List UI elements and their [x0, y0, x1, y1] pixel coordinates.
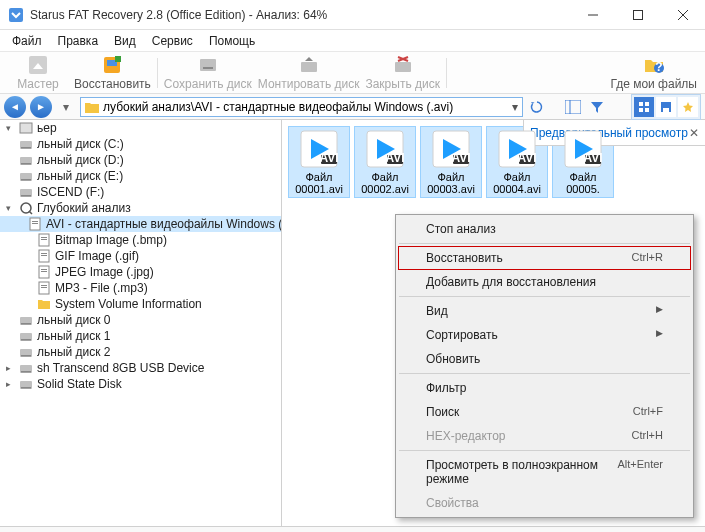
avi-file-icon: AVI	[563, 129, 603, 169]
svg-rect-8	[115, 56, 121, 62]
svg-rect-0	[9, 8, 23, 22]
svg-rect-50	[41, 287, 47, 288]
svg-rect-44	[41, 255, 47, 256]
svg-rect-56	[21, 355, 31, 357]
tree-item[interactable]: ▾ьер	[0, 120, 281, 136]
recover-button[interactable]: Восстановить	[74, 54, 151, 91]
preview-panel: Предварительный просмотр ✕	[523, 120, 705, 146]
nav-back-button[interactable]: ◄	[4, 96, 26, 118]
avi-file-icon: AVI	[299, 129, 339, 169]
menu-view[interactable]: Вид	[106, 32, 144, 50]
tree-item[interactable]: ▸sh Transcend 8GB USB Device	[0, 360, 281, 376]
file-item[interactable]: AVIФайл00002.avi	[354, 126, 416, 198]
context-menu-item: Свойства	[398, 491, 691, 515]
tree-item[interactable]: льный диск (D:)	[0, 152, 281, 168]
tree-item[interactable]: JPEG Image (.jpg)	[0, 264, 281, 280]
minimize-button[interactable]	[570, 0, 615, 30]
wizard-icon	[27, 54, 49, 76]
view-save-button[interactable]	[656, 97, 676, 117]
context-menu-item[interactable]: Добавить для восстановления	[398, 270, 691, 294]
tree-item[interactable]: льный диск 2	[0, 344, 281, 360]
tree-item[interactable]: льный диск 1	[0, 328, 281, 344]
context-menu-item[interactable]: Вид▶	[398, 299, 691, 323]
svg-rect-52	[21, 323, 31, 325]
svg-text:AVI: AVI	[517, 151, 536, 165]
refresh-button[interactable]	[527, 97, 547, 117]
tree-item[interactable]: GIF Image (.gif)	[0, 248, 281, 264]
avi-file-icon: AVI	[431, 129, 471, 169]
context-menu-item[interactable]: ВосстановитьCtrl+R	[398, 246, 691, 270]
tree-icon	[37, 297, 51, 311]
close-disk-icon	[392, 54, 414, 76]
context-menu-item[interactable]: Сортировать▶	[398, 323, 691, 347]
mount-disk-button[interactable]: Монтировать диск	[258, 54, 360, 91]
mount-disk-icon	[298, 54, 320, 76]
context-menu-item[interactable]: ПоискCtrl+F	[398, 400, 691, 424]
tree-item[interactable]: Bitmap Image (.bmp)	[0, 232, 281, 248]
avi-file-icon: AVI	[497, 129, 537, 169]
close-button[interactable]	[660, 0, 705, 30]
nav-down-button[interactable]: ▾	[56, 97, 76, 117]
menu-edit[interactable]: Правка	[50, 32, 107, 50]
tree-item[interactable]: ▾Глубокий анализ	[0, 200, 281, 216]
navbar: ◄ ► ▾ лубокий анализ\AVI - стандартные в…	[0, 94, 705, 120]
svg-rect-33	[21, 195, 31, 197]
svg-rect-24	[663, 108, 669, 112]
tree-item[interactable]: System Volume Information	[0, 296, 281, 312]
tree-icon	[19, 153, 33, 167]
nav-forward-button[interactable]: ►	[30, 96, 52, 118]
svg-rect-2	[633, 10, 642, 19]
tree-icon	[28, 217, 42, 231]
save-disk-button[interactable]: Сохранить диск	[164, 54, 252, 91]
svg-rect-12	[395, 62, 411, 72]
maximize-button[interactable]	[615, 0, 660, 30]
svg-rect-10	[203, 67, 213, 69]
tree-panel: ▾ьерльный диск (C:)льный диск (D:)льный …	[0, 120, 282, 526]
address-bar[interactable]: лубокий анализ\AVI - стандартные видеофа…	[80, 97, 523, 117]
tree-item[interactable]: льный диск (E:)	[0, 168, 281, 184]
where-files-button[interactable]: ? Где мои файлы	[610, 54, 697, 91]
svg-rect-58	[21, 371, 31, 373]
svg-rect-46	[41, 269, 47, 270]
file-item[interactable]: AVIФайл00003.avi	[420, 126, 482, 198]
tree-item[interactable]: льный диск 0	[0, 312, 281, 328]
preview-close-button[interactable]: ✕	[689, 126, 699, 140]
folder-question-icon: ?	[643, 54, 665, 76]
tree-item[interactable]: ISCEND (F:)	[0, 184, 281, 200]
file-item[interactable]: AVIФайл00001.avi	[288, 126, 350, 198]
tree-icon	[19, 329, 33, 343]
chevron-down-icon[interactable]: ▾	[512, 100, 518, 114]
wizard-button[interactable]: Мастер	[8, 54, 68, 91]
close-disk-button[interactable]: Закрыть диск	[365, 54, 440, 91]
svg-rect-21	[639, 108, 643, 112]
menu-service[interactable]: Сервис	[144, 32, 201, 50]
folder-icon	[85, 101, 99, 113]
svg-text:AVI: AVI	[319, 151, 338, 165]
tree-icon	[37, 281, 51, 295]
tree-item[interactable]: AVI - стандартные видеофайлы Windows (.a…	[0, 216, 281, 232]
view-icons-button[interactable]	[634, 97, 654, 117]
svg-rect-49	[41, 285, 47, 286]
save-disk-icon	[197, 54, 219, 76]
view-star-button[interactable]	[678, 97, 698, 117]
tree-item[interactable]: MP3 - File (.mp3)	[0, 280, 281, 296]
tree-item[interactable]: ▸Solid State Disk	[0, 376, 281, 392]
svg-rect-17	[565, 100, 581, 114]
menubar: Файл Правка Вид Сервис Помощь	[0, 30, 705, 52]
tree-icon	[19, 361, 33, 375]
filter-button[interactable]	[587, 97, 607, 117]
tree-toggle-button[interactable]	[563, 97, 583, 117]
svg-text:AVI: AVI	[451, 151, 470, 165]
svg-rect-47	[41, 271, 47, 272]
context-menu-item[interactable]: Обновить	[398, 347, 691, 371]
svg-rect-60	[21, 387, 31, 389]
context-menu-item[interactable]: Просмотреть в полноэкранном режимеAlt+En…	[398, 453, 691, 491]
svg-rect-54	[21, 339, 31, 341]
tree-item[interactable]: льный диск (C:)	[0, 136, 281, 152]
context-menu-item[interactable]: Стоп анализ	[398, 217, 691, 241]
context-menu-item[interactable]: Фильтр	[398, 376, 691, 400]
tree-icon	[37, 249, 51, 263]
menu-file[interactable]: Файл	[4, 32, 50, 50]
menu-help[interactable]: Помощь	[201, 32, 263, 50]
tree-icon	[19, 169, 33, 183]
